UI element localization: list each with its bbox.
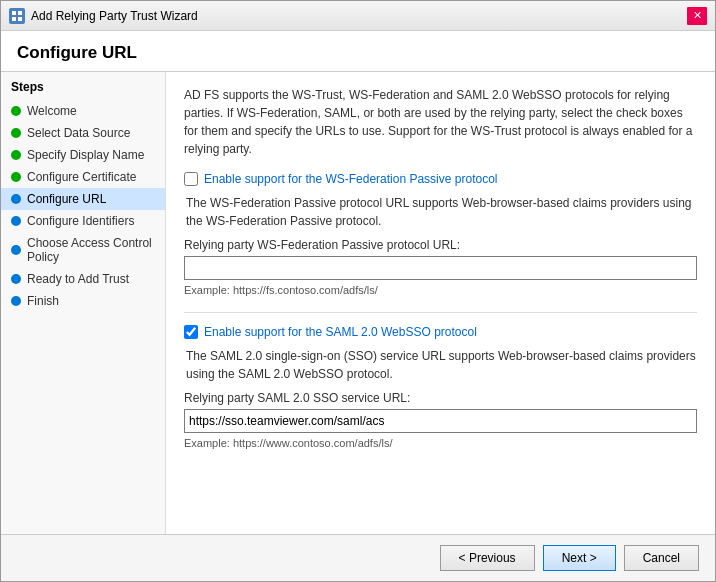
sidebar-label-url: Configure URL	[27, 192, 106, 206]
dot-identifiers	[11, 216, 21, 226]
ws-federation-checkbox-row: Enable support for the WS-Federation Pas…	[184, 172, 697, 186]
dot-url	[11, 194, 21, 204]
next-button[interactable]: Next >	[543, 545, 616, 571]
cancel-button[interactable]: Cancel	[624, 545, 699, 571]
sidebar-item-ready-to-add[interactable]: Ready to Add Trust	[1, 268, 165, 290]
sidebar-label-welcome: Welcome	[27, 104, 77, 118]
saml-checkbox[interactable]	[184, 325, 198, 339]
sidebar-item-configure-identifiers[interactable]: Configure Identifiers	[1, 210, 165, 232]
saml-checkbox-label[interactable]: Enable support for the SAML 2.0 WebSSO p…	[204, 325, 477, 339]
sidebar-item-configure-certificate[interactable]: Configure Certificate	[1, 166, 165, 188]
previous-button[interactable]: < Previous	[440, 545, 535, 571]
page-title: Configure URL	[1, 31, 715, 72]
window-icon	[9, 8, 25, 24]
saml-desc: The SAML 2.0 single-sign-on (SSO) servic…	[184, 347, 697, 383]
ws-federation-field-label: Relying party WS-Federation Passive prot…	[184, 238, 697, 252]
wizard-window: Add Relying Party Trust Wizard ✕ Configu…	[0, 0, 716, 582]
sidebar-item-specify-display-name[interactable]: Specify Display Name	[1, 144, 165, 166]
dot-ready	[11, 274, 21, 284]
ws-federation-url-input[interactable]	[184, 256, 697, 280]
sidebar-label-select: Select Data Source	[27, 126, 130, 140]
saml-field-label: Relying party SAML 2.0 SSO service URL:	[184, 391, 697, 405]
steps-label: Steps	[1, 80, 165, 100]
dot-select	[11, 128, 21, 138]
ws-federation-section: Enable support for the WS-Federation Pas…	[184, 172, 697, 296]
saml-url-input[interactable]	[184, 409, 697, 433]
saml-checkbox-row: Enable support for the SAML 2.0 WebSSO p…	[184, 325, 697, 339]
saml-example: Example: https://www.contoso.com/adfs/ls…	[184, 437, 697, 449]
sidebar-item-finish[interactable]: Finish	[1, 290, 165, 312]
sidebar-item-welcome[interactable]: Welcome	[1, 100, 165, 122]
sidebar-label-finish: Finish	[27, 294, 59, 308]
dot-display	[11, 150, 21, 160]
content-area: Steps Welcome Select Data Source Specify…	[1, 72, 715, 534]
sidebar-label-identifiers: Configure Identifiers	[27, 214, 134, 228]
footer: < Previous Next > Cancel	[1, 534, 715, 581]
ws-federation-checkbox[interactable]	[184, 172, 198, 186]
svg-rect-1	[18, 11, 22, 15]
ws-federation-checkbox-label[interactable]: Enable support for the WS-Federation Pas…	[204, 172, 497, 186]
svg-rect-3	[18, 17, 22, 21]
sidebar-item-choose-access-control[interactable]: Choose Access Control Policy	[1, 232, 165, 268]
sidebar-label-display: Specify Display Name	[27, 148, 144, 162]
dot-cert	[11, 172, 21, 182]
sidebar-label-access: Choose Access Control Policy	[27, 236, 161, 264]
sidebar-item-configure-url[interactable]: Configure URL	[1, 188, 165, 210]
ws-federation-desc: The WS-Federation Passive protocol URL s…	[184, 194, 697, 230]
window-title: Add Relying Party Trust Wizard	[31, 9, 681, 23]
sidebar-label-ready: Ready to Add Trust	[27, 272, 129, 286]
saml-section: Enable support for the SAML 2.0 WebSSO p…	[184, 325, 697, 449]
dot-welcome	[11, 106, 21, 116]
svg-rect-0	[12, 11, 16, 15]
main-content: AD FS supports the WS-Trust, WS-Federati…	[166, 72, 715, 534]
ws-federation-example: Example: https://fs.contoso.com/adfs/ls/	[184, 284, 697, 296]
sidebar-item-select-data-source[interactable]: Select Data Source	[1, 122, 165, 144]
svg-rect-2	[12, 17, 16, 21]
close-button[interactable]: ✕	[687, 7, 707, 25]
title-bar: Add Relying Party Trust Wizard ✕	[1, 1, 715, 31]
dot-access	[11, 245, 21, 255]
section-divider	[184, 312, 697, 313]
sidebar-label-cert: Configure Certificate	[27, 170, 136, 184]
intro-paragraph: AD FS supports the WS-Trust, WS-Federati…	[184, 86, 697, 158]
dot-finish	[11, 296, 21, 306]
sidebar: Steps Welcome Select Data Source Specify…	[1, 72, 166, 534]
